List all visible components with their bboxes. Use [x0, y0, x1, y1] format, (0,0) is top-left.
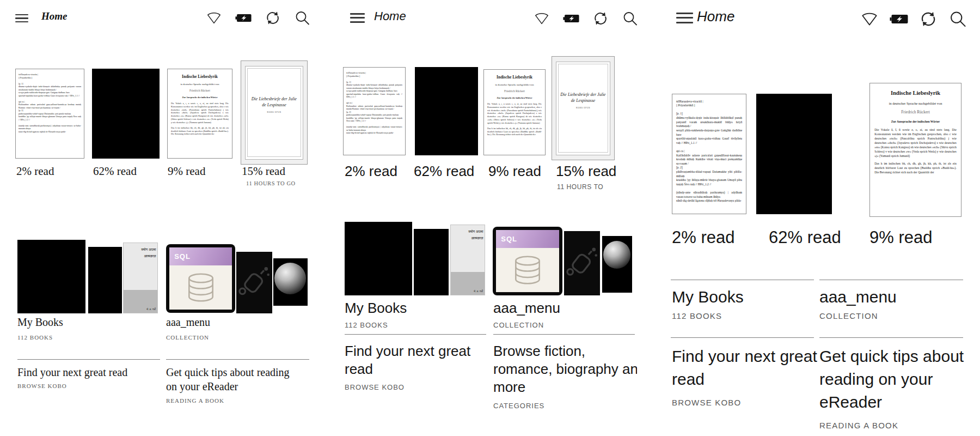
tile-browse-categories[interactable]: Browse fiction, romance, biography and m… — [493, 342, 637, 396]
cover-author: Friedrich Rückert — [171, 89, 229, 92]
book-cover-priyadarsika[interactable]: śrīHarṣadeva-viracitā | || Priyadarśikā … — [15, 69, 84, 159]
cover-title: प्रयोग अथवाआत्मकथा — [468, 228, 483, 240]
stack-cover-sql[interactable]: SQL — [493, 227, 562, 295]
tile-browse-kobo[interactable]: Find your next great read — [672, 345, 827, 391]
book-cover-priyadarsika[interactable]: śrīHarṣadeva-viracitā | || Priyadarśikā … — [343, 67, 406, 155]
cover-author: Friedrich Rückert — [874, 110, 956, 114]
page-title: Home — [41, 10, 68, 22]
cover-author: मो. क. गांधी — [146, 308, 156, 311]
stack-cover-sql[interactable]: SQL — [166, 244, 235, 313]
cover-title: Die Liebesbriefe der Julie de Lespinasse — [560, 92, 607, 104]
book-cover-indische-liebeslyrik[interactable]: Indische Liebeslyrik in deutscher Sprach… — [483, 69, 546, 155]
book-cover-black-1[interactable] — [92, 69, 160, 159]
cover-subtitle: in deutscher Sprache nachgebildet von — [171, 83, 229, 86]
book-cover-black-1[interactable] — [756, 94, 832, 214]
ereader-home-screen-1: Home śrīHarṣadeva-viracitā | || Priyadar… — [0, 0, 336, 436]
sync-icon[interactable] — [592, 10, 609, 27]
cover-section-heading: Zur Aussprache der indischen Wörter — [487, 96, 542, 99]
book-cover-lespinasse[interactable]: Die Liebesbriefe der Julie de Lespinasse… — [552, 56, 615, 160]
cover-body-text: Die Vokale ā, ī, ū sowie e, o, ai, au si… — [487, 102, 542, 125]
bell-icon — [236, 252, 272, 313]
divider — [493, 334, 635, 335]
menu-button[interactable] — [676, 13, 693, 26]
ereader-home-screen-2: Home śrīHarṣadeva-viracitā | || Priyadar… — [336, 0, 637, 436]
stack-cover-eye[interactable] — [273, 258, 308, 306]
stack-cover-gandhi[interactable]: प्रयोग अथवाआत्मकथा मो. क. गांधी — [450, 225, 485, 295]
sql-cover-header: SQL — [496, 230, 559, 248]
search-icon[interactable] — [948, 10, 967, 28]
tile-aaa-menu[interactable]: aaa_menu — [493, 299, 560, 317]
tile-my-books[interactable]: My Books — [17, 315, 63, 329]
stack-cover-gandhi[interactable]: प्रयोग अथवाआत्मकथा मो. क. गांधी — [123, 243, 158, 313]
divider — [17, 359, 160, 360]
book-progress: 62% read — [769, 228, 841, 247]
battery-charging-icon — [890, 10, 908, 28]
page-title: Home — [374, 9, 406, 23]
search-icon[interactable] — [294, 10, 310, 26]
book-cover-priyadarsika[interactable]: śrīHarṣadeva-viracitā | || Priyadarśikā … — [672, 94, 746, 214]
sphere-image — [603, 241, 631, 269]
book-progress: 62% read — [414, 163, 474, 180]
tile-browse-kobo[interactable]: Find your next great read — [17, 365, 159, 379]
tile-aaa-menu-subtitle: COLLECTION — [166, 334, 209, 341]
tile-aaa-menu[interactable]: aaa_menu — [166, 315, 210, 329]
cover-subtitle: in deutscher Sprache nachgebildet von — [874, 101, 956, 105]
tile-browse-kobo[interactable]: Find your next great read — [345, 342, 481, 378]
tile-my-books[interactable]: My Books — [345, 299, 407, 317]
divider — [166, 359, 309, 360]
book-progress: 9% read — [488, 163, 541, 180]
cover-subtitle: KOBO EPUB — [249, 111, 299, 113]
cover-section-heading: Zur Aussprache der indischen Wörter — [171, 96, 229, 99]
page-title: Home — [697, 8, 734, 25]
cover-section-heading: Zur Aussprache der indischen Wörter — [874, 120, 956, 123]
book-progress: 15% read — [556, 163, 616, 180]
sync-icon[interactable] — [265, 10, 281, 26]
cover-title: Die Liebesbriefe der Julie de Lespinasse — [249, 96, 299, 108]
book-cover-black-1[interactable] — [415, 67, 478, 155]
menu-button[interactable] — [15, 14, 28, 25]
sync-icon[interactable] — [919, 10, 938, 28]
stack-cover[interactable] — [17, 240, 85, 313]
divider — [345, 334, 486, 335]
cover-body-text: Das h im indischen bh, ch, dh, gh, jh, k… — [171, 126, 229, 136]
tile-reading-tips[interactable]: Get quick tips about reading on your eRe… — [819, 345, 980, 414]
database-icon — [511, 255, 544, 286]
stack-cover[interactable] — [345, 222, 412, 295]
tile-browse-kobo-subtitle: BROWSE KOBO — [345, 383, 405, 391]
book-progress: 2% read — [345, 163, 397, 180]
stack-cover-bell[interactable] — [564, 231, 600, 295]
divider — [671, 280, 814, 280]
stack-cover[interactable] — [414, 229, 449, 295]
ereader-home-screen-3: Home śrīHarṣadeva-viracitā | || Priyadar… — [637, 0, 980, 436]
stack-cover-bell[interactable] — [236, 252, 272, 313]
status-icons — [860, 10, 967, 28]
divider — [671, 337, 814, 338]
divider — [819, 337, 963, 338]
stack-cover[interactable] — [88, 247, 122, 313]
cover-title: प्रयोग अथवाआत्मकथा — [141, 246, 156, 258]
tile-my-books[interactable]: My Books — [672, 286, 744, 308]
book-cover-lespinasse[interactable]: Die Liebesbriefe der Julie de Lespinasse… — [241, 60, 308, 165]
cover-title: Indische Liebeslyrik — [874, 90, 956, 96]
cover-title: Indische Liebeslyrik — [487, 75, 542, 80]
bell-icon — [564, 231, 600, 295]
menu-button[interactable] — [350, 13, 365, 25]
cover-title: Indische Liebeslyrik — [171, 74, 229, 79]
cover-body-text: Das h im indischen bh, ch, dh, gh, jh, k… — [487, 127, 542, 136]
book-cover-indische-liebeslyrik[interactable]: Indische Liebeslyrik in deutscher Sprach… — [869, 83, 961, 217]
tile-reading-tips[interactable]: Get quick tips about reading on your eRe… — [166, 365, 297, 393]
tile-my-books-subtitle: 112 BOOKS — [345, 321, 388, 329]
sphere-image — [274, 263, 306, 294]
time-remaining: 11 HOURS TO GO — [246, 180, 296, 186]
time-remaining: 11 HOURS TO — [557, 183, 603, 191]
cover-author: Friedrich Rückert — [487, 89, 542, 93]
book-cover-indische-liebeslyrik[interactable]: Indische Liebeslyrik in deutscher Sprach… — [167, 69, 232, 159]
cover-body-text: Das h im indischen bh, ch, dh, gh, jh, k… — [874, 161, 956, 174]
tile-aaa-menu[interactable]: aaa_menu — [819, 286, 897, 308]
tile-my-books-subtitle: 112 BOOKS — [672, 311, 722, 320]
battery-charging-icon — [563, 10, 579, 27]
search-icon[interactable] — [622, 10, 637, 27]
status-icons — [206, 10, 310, 26]
stack-cover-eye[interactable] — [602, 236, 632, 293]
book-progress: 9% read — [869, 228, 932, 247]
